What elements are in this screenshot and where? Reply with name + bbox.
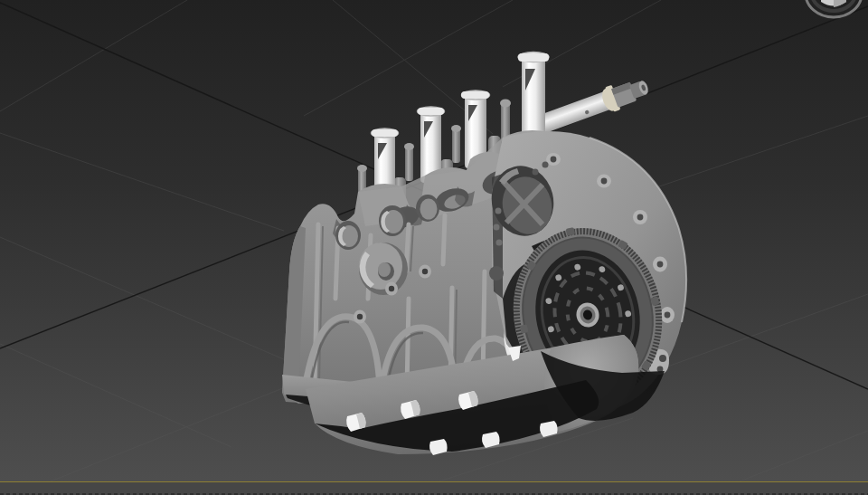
viewport-canvas[interactable] bbox=[0, 0, 868, 481]
viewcube-cube[interactable] bbox=[821, 0, 846, 7]
viewcube[interactable] bbox=[806, 0, 862, 17]
round-boss bbox=[359, 243, 408, 295]
track-bar[interactable] bbox=[0, 482, 868, 495]
engine-block-model[interactable] bbox=[282, 52, 686, 456]
application-window bbox=[0, 0, 868, 495]
3d-viewport[interactable] bbox=[0, 0, 868, 481]
crankshaft-snout[interactable] bbox=[527, 73, 652, 140]
